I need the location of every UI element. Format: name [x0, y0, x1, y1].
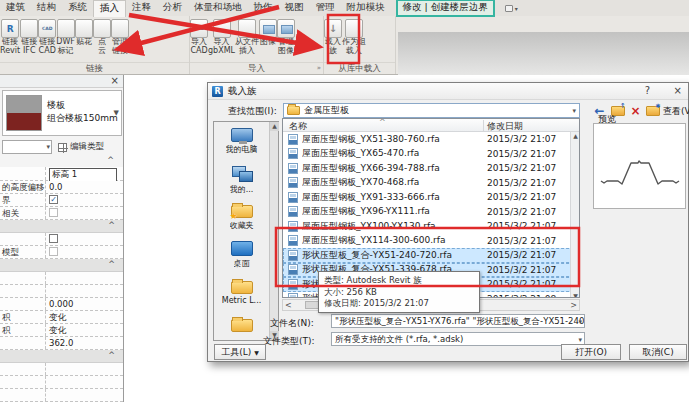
- scroll-right-icon[interactable]: >: [570, 301, 577, 310]
- ribbon-button[interactable]: 从文件 插入: [235, 18, 259, 55]
- views-dropdown[interactable]: 查看(V) ▾: [663, 105, 689, 118]
- file-row[interactable]: 屋面压型钢板_YX114-300-600.rfa 2015/3/2 21:07: [283, 234, 579, 249]
- chevron-down-icon[interactable]: ▼: [114, 109, 119, 117]
- checkbox[interactable]: [49, 195, 58, 204]
- file-row[interactable]: 屋面压型钢板_YX66-394-788.rfa 2015/3/2 21:07: [283, 161, 579, 176]
- property-row[interactable]: [0, 363, 123, 376]
- file-list-header[interactable]: 名称 ^ 修改日期: [283, 119, 579, 132]
- ribbon-display-toggle[interactable]: ▾: [505, 5, 518, 12]
- ribbon-button[interactable]: DWF 标记: [56, 18, 75, 55]
- file-row[interactable]: 形状压型板_复合-YX51-240-720.rfa 2015/3/2 21:07: [283, 248, 579, 263]
- ribbon-tab[interactable]: 协作: [248, 0, 279, 16]
- ribbon-button[interactable]: 链接 CAD: [38, 18, 56, 55]
- property-label: [0, 363, 45, 375]
- property-row[interactable]: 的高度偏移 0.0: [0, 181, 123, 194]
- insert-from-file-icon: [238, 19, 256, 38]
- tools-button[interactable]: 工具(L) ▼: [214, 344, 266, 360]
- places-bar-item[interactable]: 收藏夹: [214, 202, 269, 231]
- file-row[interactable]: 屋面压型钢板_YX65-470.rfa 2015/3/2 21:07: [283, 147, 579, 162]
- section-collapse-bar[interactable]: [2, 157, 122, 165]
- ribbon-button[interactable]: 管理 图像: [277, 18, 295, 55]
- property-row[interactable]: 模型: [0, 246, 123, 259]
- ribbon-button[interactable]: 图像: [259, 18, 277, 47]
- file-row[interactable]: 屋面压型钢板_YX91-333-666.rfa 2015/3/2 21:07: [283, 190, 579, 205]
- ribbon-tab[interactable]: 管理: [310, 0, 341, 16]
- ribbon-button[interactable]: 贴花: [75, 18, 93, 47]
- file-name: 屋面压型钢板_YX96-YX111.rfa: [302, 205, 482, 218]
- property-row[interactable]: 标高 1: [0, 167, 123, 181]
- file-modified-date: 2015/3/2 21:07: [487, 279, 556, 289]
- file-row[interactable]: 屋面压型钢板_YX70-468.rfa 2015/3/2 21:07: [283, 176, 579, 191]
- scroll-down-icon[interactable]: ▼: [571, 292, 580, 298]
- places-bar-item[interactable]: Metric L...: [214, 278, 269, 305]
- scroll-left-icon[interactable]: <: [285, 301, 292, 310]
- ribbon-button[interactable]: 管理 链接: [111, 18, 129, 55]
- type-selector[interactable]: 楼板 组合楼板150mm ▼: [2, 90, 122, 136]
- scroll-up-icon[interactable]: ▲: [571, 132, 580, 139]
- property-row[interactable]: [0, 259, 123, 272]
- properties-filter-combo[interactable]: ▾: [2, 140, 52, 154]
- property-row[interactable]: 相关: [0, 207, 123, 220]
- help-button[interactable]: ?: [645, 85, 650, 96]
- file-row[interactable]: 屋面压型钢板_YX96-YX111.rfa 2015/3/2 21:07: [283, 205, 579, 220]
- ribbon-tab[interactable]: 视图: [279, 0, 310, 16]
- places-bar-item[interactable]: 我的电脑: [214, 126, 269, 155]
- ribbon-button[interactable]: 链接 IFC: [20, 18, 38, 55]
- delete-icon[interactable]: ×: [628, 104, 643, 118]
- file-list-vscrollbar[interactable]: ▲▼: [570, 132, 579, 298]
- ribbon-tab[interactable]: 注释: [126, 0, 157, 16]
- places-bar-item[interactable]: [214, 316, 269, 334]
- file-type-select[interactable]: 所有受支持的文件 (*.rfa, *.adsk)▾: [331, 332, 585, 346]
- new-folder-icon[interactable]: [645, 104, 660, 118]
- property-row[interactable]: [0, 220, 123, 233]
- ribbon-button[interactable]: 链接 Revit: [0, 18, 20, 55]
- ribbon-tab[interactable]: 系统: [62, 0, 93, 16]
- file-row[interactable]: 屋面压型钢板_YX51-380-760.rfa 2015/3/2 21:07: [283, 132, 579, 147]
- ribbon-button[interactable]: 导入 CAD: [190, 18, 208, 55]
- scroll-up-icon[interactable]: ▲: [270, 122, 279, 131]
- property-row[interactable]: [0, 233, 123, 246]
- property-row[interactable]: 362.0: [0, 337, 123, 350]
- ribbon-button-label: 族: [329, 47, 337, 56]
- places-bar-item[interactable]: 我的...: [214, 164, 269, 195]
- checkbox[interactable]: [49, 208, 58, 217]
- ribbon-tab[interactable]: 插入: [93, 0, 126, 17]
- ribbon-tab[interactable]: 建筑: [0, 0, 31, 16]
- column-divider[interactable]: [483, 120, 484, 131]
- ribbon-tab[interactable]: 结构: [31, 0, 62, 16]
- ribbon-tab[interactable]: 附加模块: [341, 0, 391, 16]
- property-row[interactable]: [0, 376, 123, 389]
- ribbon-button-label: 贴花: [76, 38, 92, 47]
- places-scrollbar[interactable]: ▲▼: [269, 122, 278, 340]
- ribbon-button[interactable]: 导入 gbXML: [208, 18, 235, 55]
- property-row[interactable]: [0, 272, 123, 285]
- property-row[interactable]: 0.000: [0, 298, 123, 311]
- ribbon-button[interactable]: 作为组 载入: [342, 18, 366, 55]
- cancel-button[interactable]: 取消(C): [629, 344, 687, 360]
- file-row[interactable]: 屋面压型钢板_YX100-YX130.rfa 2015/3/2 21:07: [283, 219, 579, 234]
- look-in-combo[interactable]: 金属压型板 ▾: [283, 103, 580, 118]
- context-tab-modify[interactable]: 修改 | 创建楼层边界: [396, 0, 495, 17]
- property-row[interactable]: [0, 389, 123, 402]
- link-cad-icon: [38, 19, 56, 38]
- close-icon[interactable]: ×: [111, 75, 119, 86]
- dialog-title-bar[interactable]: R 载入族 ? ×: [208, 83, 688, 100]
- property-row[interactable]: 积 变化: [0, 311, 123, 324]
- property-row[interactable]: 积 变化: [0, 324, 123, 337]
- file-name-input[interactable]: "形状压型板_复合-YX51-YX76.rfa" "形状压型板_复合-YX51-…: [331, 314, 585, 328]
- property-row[interactable]: [0, 350, 123, 363]
- places-bar-item[interactable]: 桌面: [214, 240, 269, 269]
- ribbon-tab[interactable]: 分析: [157, 0, 188, 16]
- property-row[interactable]: [0, 285, 123, 298]
- ribbon-button[interactable]: 点 云: [93, 18, 111, 55]
- checkbox[interactable]: [49, 234, 58, 243]
- edit-type-button[interactable]: 编辑类型: [56, 140, 122, 154]
- ribbon-button[interactable]: 载入 族: [324, 18, 342, 55]
- property-row[interactable]: 界: [0, 194, 123, 207]
- open-button[interactable]: 打开(O): [561, 344, 621, 360]
- checkbox[interactable]: [49, 247, 58, 256]
- close-icon[interactable]: ×: [674, 85, 682, 96]
- ribbon-tab[interactable]: 体量和场地: [188, 0, 248, 16]
- rfa-file-icon: [288, 134, 298, 145]
- panel-launcher-icon[interactable]: »: [317, 64, 321, 72]
